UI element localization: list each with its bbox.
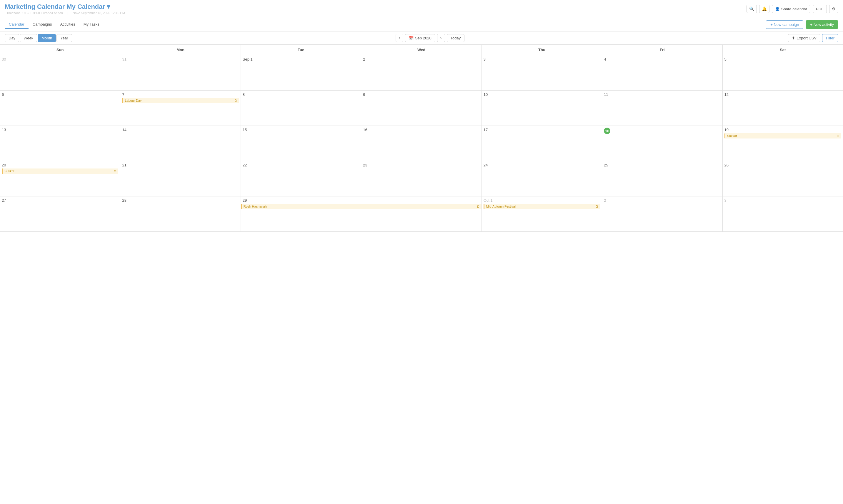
share-calendar-button[interactable]: 👤 Share calendar	[772, 5, 810, 13]
cal-cell-9[interactable]: 9	[361, 91, 482, 126]
new-campaign-label: + New campaign	[770, 22, 799, 27]
cal-cell-30[interactable]: 30	[361, 196, 482, 232]
cal-cell-23[interactable]: 23	[361, 161, 482, 196]
new-campaign-button[interactable]: + New campaign	[766, 20, 803, 29]
cal-cell-30[interactable]: 30	[0, 55, 120, 91]
notifications-button[interactable]: 🔔	[759, 5, 769, 13]
event-labour-day[interactable]: Labour Day 🗒	[122, 98, 238, 103]
cal-cell-18[interactable]: 18	[602, 126, 722, 161]
share-icon: 👤	[775, 7, 780, 11]
export-label: Export CSV	[796, 36, 817, 40]
cal-cell-10[interactable]: 10	[482, 91, 602, 126]
period-text: Sep 2020	[415, 36, 431, 40]
calendar-header: Sun Mon Tue Wed Thu Fri Sat	[0, 45, 843, 55]
event-icon-sukkot19: 🗒	[837, 134, 840, 138]
cal-cell-4[interactable]: 4	[602, 55, 722, 91]
toolbar-right: ⬆ Export CSV Filter	[788, 34, 838, 42]
pdf-button[interactable]: PDF	[813, 5, 827, 13]
view-day-button[interactable]: Day	[5, 34, 19, 42]
event-icon-sukkot20: 🗒	[113, 170, 116, 173]
tab-my-tasks[interactable]: My Tasks	[79, 20, 104, 29]
cal-cell-16[interactable]: 16	[361, 126, 482, 161]
filter-label: Filter	[826, 36, 835, 40]
cal-cell-7[interactable]: 7 Labour Day 🗒	[120, 91, 240, 126]
cal-cell-27[interactable]: 27	[0, 196, 120, 232]
new-activity-label: + New activity	[810, 22, 834, 27]
event-icon: 🗒	[234, 99, 237, 102]
cal-cell-20[interactable]: 20 Sukkot 🗒	[0, 161, 120, 196]
view-buttons: Day Week Month Year	[5, 34, 72, 42]
now-text: Now: September 18, 2020 12:46 PM	[73, 11, 125, 15]
timezone-text: Timezone: UTC +01:00 Europe/London	[6, 11, 63, 15]
cal-cell-26[interactable]: 26	[723, 161, 843, 196]
toolbar: Day Week Month Year ‹ 📅 Sep 2020 › Today…	[0, 32, 843, 44]
nav-tabs: Calendar Campaigns Activities My Tasks	[5, 20, 104, 29]
cal-cell-12[interactable]: 12	[723, 91, 843, 126]
tab-calendar[interactable]: Calendar	[5, 20, 29, 29]
title-caret[interactable]: ▾	[107, 3, 110, 10]
cal-cell-29[interactable]: 29 Rosh Hashanah 🗒	[241, 196, 361, 232]
bell-icon: 🔔	[762, 6, 767, 11]
separator: |	[67, 11, 68, 15]
header-mon: Mon	[120, 45, 240, 55]
nav-controls: ‹ 📅 Sep 2020 › Today	[396, 34, 465, 42]
cal-cell-15[interactable]: 15	[241, 126, 361, 161]
event-rosh-hashanah[interactable]: Rosh Hashanah 🗒	[241, 204, 482, 209]
cal-cell-17[interactable]: 17	[482, 126, 602, 161]
cal-cell-24[interactable]: 24	[482, 161, 602, 196]
cal-cell-22[interactable]: 22	[241, 161, 361, 196]
header-sun: Sun	[0, 45, 120, 55]
top-bar-left: Marketing Calendar My Calendar ▾ Timezon…	[5, 3, 127, 15]
cal-cell-8[interactable]: 8	[241, 91, 361, 126]
nav-bar: Calendar Campaigns Activities My Tasks +…	[0, 18, 843, 32]
export-csv-button[interactable]: ⬆ Export CSV	[788, 34, 820, 42]
tab-activities[interactable]: Activities	[56, 20, 79, 29]
cal-cell-11[interactable]: 11	[602, 91, 722, 126]
app-title-dynamic: My Calendar	[67, 3, 105, 10]
event-sukkot-19[interactable]: Sukkot 🗒	[724, 133, 841, 139]
prev-period-button[interactable]: ‹	[396, 34, 403, 42]
cal-cell-13[interactable]: 13	[0, 126, 120, 161]
cal-cell-25[interactable]: 25	[602, 161, 722, 196]
header-fri: Fri	[602, 45, 722, 55]
app-title-static: Marketing Calendar	[5, 3, 67, 10]
tab-campaigns[interactable]: Campaigns	[29, 20, 56, 29]
today-badge: 18	[604, 128, 610, 134]
share-label: Share calendar	[781, 7, 807, 11]
calendar: Sun Mon Tue Wed Thu Fri Sat 30 31 Sep 1 …	[0, 44, 843, 232]
header-thu: Thu	[482, 45, 602, 55]
cal-cell-6[interactable]: 6	[0, 91, 120, 126]
settings-button[interactable]: ⚙	[829, 5, 838, 13]
search-button[interactable]: 🔍	[747, 5, 757, 13]
top-bar-right: 🔍 🔔 👤 Share calendar PDF ⚙	[747, 5, 838, 13]
event-sukkot-20[interactable]: Sukkot 🗒	[2, 168, 118, 174]
calendar-grid: 30 31 Sep 1 2 3 4 5 6 7 Labour Day 🗒 8 9…	[0, 55, 843, 232]
view-year-button[interactable]: Year	[56, 34, 72, 42]
export-icon: ⬆	[792, 36, 795, 40]
event-icon-rosh: 🗒	[477, 205, 480, 208]
filter-button[interactable]: Filter	[822, 34, 838, 42]
cal-cell-oct2[interactable]: 2	[602, 196, 722, 232]
cal-cell-2[interactable]: 2	[361, 55, 482, 91]
view-week-button[interactable]: Week	[20, 34, 37, 42]
top-bar: Marketing Calendar My Calendar ▾ Timezon…	[0, 0, 843, 18]
cal-cell-oct3[interactable]: 3	[723, 196, 843, 232]
calendar-icon: 📅	[409, 36, 414, 40]
cal-cell-19[interactable]: 19 Sukkot 🗒	[723, 126, 843, 161]
timezone-info: Timezone: UTC +01:00 Europe/London | Now…	[5, 11, 127, 15]
cal-cell-3[interactable]: 3	[482, 55, 602, 91]
event-mid-autumn[interactable]: Mid-Autumn Festival 🗒	[484, 204, 600, 209]
new-activity-button[interactable]: + New activity	[806, 20, 838, 29]
today-button[interactable]: Today	[447, 34, 465, 42]
cal-cell-14[interactable]: 14	[120, 126, 240, 161]
cal-cell-28[interactable]: 28	[120, 196, 240, 232]
cal-cell-5[interactable]: 5	[723, 55, 843, 91]
cal-cell-oct1[interactable]: Oct 1 Mid-Autumn Festival 🗒	[482, 196, 602, 232]
cal-cell-sep1[interactable]: Sep 1	[241, 55, 361, 91]
view-month-button[interactable]: Month	[38, 34, 56, 42]
cal-cell-21[interactable]: 21	[120, 161, 240, 196]
cal-cell-31[interactable]: 31	[120, 55, 240, 91]
pdf-label: PDF	[816, 7, 824, 11]
event-icon-midautumn: 🗒	[595, 205, 598, 208]
next-period-button[interactable]: ›	[437, 34, 445, 42]
